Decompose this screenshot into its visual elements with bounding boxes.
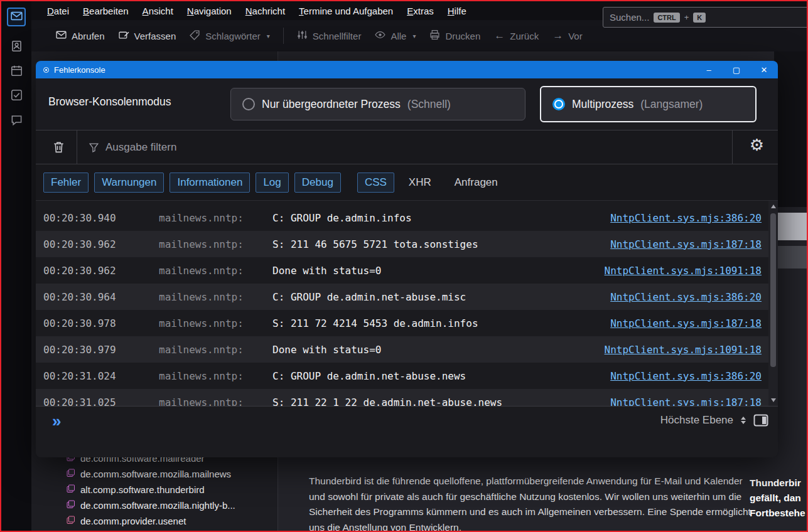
forward-button[interactable]: → Vor bbox=[546, 25, 590, 46]
log-row[interactable]: 00:20:30.979 mailnews.nntp: Done with st… bbox=[36, 336, 778, 363]
start-page-aside: Thunderbir gefällt, dan Fortbestehe bbox=[750, 476, 808, 521]
space-tasks-button[interactable] bbox=[7, 87, 26, 105]
maximize-button[interactable]: ▢ bbox=[723, 61, 750, 78]
log-message: C: GROUP de.admin.net-abuse.misc bbox=[272, 291, 610, 303]
menu-navigation[interactable]: Navigation bbox=[180, 3, 239, 19]
compose-button[interactable]: Verfassen bbox=[112, 25, 183, 46]
radio-selected-icon[interactable] bbox=[552, 98, 565, 110]
filter-placeholder: Ausgabe filtern bbox=[105, 141, 176, 154]
radio-unselected-icon[interactable] bbox=[242, 98, 255, 110]
search-input[interactable]: Suchen... CTRL + K bbox=[603, 7, 808, 28]
filter-tab-css[interactable]: CSS bbox=[357, 173, 394, 193]
folder-label: de.comm.provider.usenet bbox=[80, 516, 186, 526]
newsgroup-icon bbox=[67, 484, 75, 495]
close-button[interactable]: ✕ bbox=[750, 61, 778, 78]
log-timestamp: 00:20:30.978 bbox=[36, 317, 159, 329]
log-location-link[interactable]: NntpClient.sys.mjs:386:20 bbox=[610, 212, 778, 224]
log-location-link[interactable]: NntpClient.sys.mjs:187:18 bbox=[610, 396, 778, 407]
log-row[interactable]: 00:20:31.024 mailnews.nntp: C: GROUP de.… bbox=[36, 363, 778, 389]
log-message: S: 211 72 4214 5453 de.admin.infos bbox=[272, 317, 610, 329]
menu-extras[interactable]: Extras bbox=[400, 3, 441, 19]
filter-tab-fehler[interactable]: Fehler bbox=[43, 173, 89, 193]
newsgroup-folder-list: de.comm.software.mailreader de.comm.soft… bbox=[31, 450, 277, 529]
dialog-titlebar[interactable]: Fehlerkonsole – ▢ ✕ bbox=[36, 61, 778, 78]
quick-filter-button[interactable]: Schnellfilter bbox=[290, 25, 369, 46]
console-mode-row: Browser-Konsolenmodus Nur übergeordneter… bbox=[36, 78, 778, 130]
menu-nachricht[interactable]: Nachricht bbox=[239, 3, 292, 19]
folder-row[interactable]: de.comm.provider.usenet bbox=[31, 513, 277, 529]
log-row[interactable]: 00:20:30.962 mailnews.nntp: Done with st… bbox=[36, 257, 778, 284]
start-page-paragraph: Thunderbird ist die führende quelloffene… bbox=[309, 474, 752, 532]
chevron-down-icon: ▾ bbox=[267, 33, 270, 40]
print-button[interactable]: Drucken bbox=[423, 25, 487, 46]
log-source: mailnews.nntp: bbox=[159, 396, 272, 407]
log-location-link[interactable]: NntpClient.sys.mjs:187:18 bbox=[610, 238, 778, 250]
filter-tab-anfragen[interactable]: Anfragen bbox=[446, 173, 507, 193]
get-messages-button[interactable]: Abrufen bbox=[49, 25, 112, 46]
aside-line: gefällt, dan bbox=[750, 491, 808, 506]
log-timestamp: 00:20:30.962 bbox=[36, 265, 159, 277]
mode-option-hint: (Schnell) bbox=[407, 98, 451, 111]
log-location-link[interactable]: NntpClient.sys.mjs:1091:18 bbox=[605, 265, 778, 277]
filter-output-input[interactable]: Ausgabe filtern bbox=[89, 141, 176, 154]
log-source: mailnews.nntp: bbox=[159, 265, 272, 277]
tag-button[interactable]: Schlagwörter ▾ bbox=[183, 25, 277, 46]
mode-option-parent-process[interactable]: Nur übergeordneter Prozess (Schnell) bbox=[230, 88, 525, 120]
space-addressbook-button[interactable] bbox=[7, 38, 26, 56]
evaluation-context: Höchste Ebene bbox=[660, 414, 768, 427]
scroll-up-arrow-icon[interactable] bbox=[771, 205, 776, 208]
folder-row[interactable]: de.comm.software.mozilla.nightly-b... bbox=[31, 497, 277, 513]
menu-termine-und-aufgaben[interactable]: Termine und Aufgaben bbox=[292, 3, 400, 19]
log-location-link[interactable]: NntpClient.sys.mjs:386:20 bbox=[610, 370, 778, 382]
context-selector[interactable]: Höchste Ebene bbox=[660, 414, 733, 427]
folder-row[interactable]: alt.comp.software.thunderbird bbox=[31, 482, 277, 497]
back-label: Zurück bbox=[510, 31, 539, 41]
minimize-button[interactable]: – bbox=[695, 61, 723, 78]
scrollbar-thumb[interactable] bbox=[770, 213, 776, 367]
filter-tab-warnungen[interactable]: Warnungen bbox=[94, 173, 164, 193]
message-view-picker[interactable]: Alle ▾ bbox=[368, 25, 423, 46]
print-label: Drucken bbox=[445, 31, 480, 41]
space-mail-button[interactable] bbox=[7, 8, 26, 26]
printer-icon bbox=[429, 29, 440, 42]
newsgroup-icon bbox=[67, 516, 75, 526]
window-controls: – ▢ ✕ bbox=[695, 61, 778, 78]
log-row[interactable]: 00:20:30.978 mailnews.nntp: S: 211 72 42… bbox=[36, 310, 778, 336]
space-calendar-button[interactable] bbox=[7, 62, 26, 81]
log-timestamp: 00:20:30.979 bbox=[36, 344, 159, 356]
sidebar-toggle-button[interactable] bbox=[753, 414, 768, 427]
console-settings-button[interactable]: ⚙ bbox=[750, 136, 764, 155]
clear-console-button[interactable] bbox=[52, 141, 65, 154]
log-row[interactable]: 00:20:30.962 mailnews.nntp: S: 211 46 56… bbox=[36, 231, 778, 257]
mode-option-multiprocess[interactable]: Multiprozess (Langsamer) bbox=[540, 86, 757, 122]
menu-hilfe[interactable]: Hilfe bbox=[441, 3, 473, 19]
space-chat-button[interactable] bbox=[7, 112, 26, 130]
chat-icon bbox=[11, 114, 23, 129]
tag-icon bbox=[190, 29, 200, 42]
filter-tab-debug[interactable]: Debug bbox=[294, 173, 341, 193]
mode-option-label: Multiprozess bbox=[572, 98, 633, 111]
log-location-link[interactable]: NntpClient.sys.mjs:386:20 bbox=[610, 291, 778, 303]
back-button[interactable]: ← Zurück bbox=[487, 25, 546, 46]
folder-label: de.comm.software.mozilla.nightly-b... bbox=[80, 500, 235, 511]
console-input-area[interactable]: » Höchste Ebene bbox=[36, 406, 778, 457]
log-location-link[interactable]: NntpClient.sys.mjs:187:18 bbox=[610, 317, 778, 329]
screen: Datei Bearbeiten Ansicht Navigation Nach… bbox=[0, 0, 808, 532]
log-message: S: 211 22 1 22 de.admin.net-abuse.news bbox=[272, 396, 610, 407]
filter-tab-xhr[interactable]: XHR bbox=[400, 173, 440, 193]
menu-ansicht[interactable]: Ansicht bbox=[136, 3, 180, 19]
filter-tab-log[interactable]: Log bbox=[256, 173, 288, 193]
log-row[interactable]: 00:20:30.964 mailnews.nntp: C: GROUP de.… bbox=[36, 284, 778, 310]
compose-icon bbox=[119, 29, 129, 42]
folder-row[interactable]: de.comm.software.mozilla.mailnews bbox=[31, 466, 277, 482]
log-timestamp: 00:20:30.964 bbox=[36, 291, 159, 303]
log-scrollbar[interactable] bbox=[768, 201, 778, 406]
menu-bearbeiten[interactable]: Bearbeiten bbox=[76, 3, 136, 19]
log-location-link[interactable]: NntpClient.sys.mjs:1091:18 bbox=[605, 344, 778, 356]
menu-datei[interactable]: Datei bbox=[40, 3, 76, 19]
filter-tab-informationen[interactable]: Informationen bbox=[170, 173, 250, 193]
log-row[interactable]: 00:20:30.940 mailnews.nntp: C: GROUP de.… bbox=[36, 205, 778, 231]
log-row[interactable]: 00:20:31.025 mailnews.nntp: S: 211 22 1 … bbox=[36, 389, 778, 406]
log-timestamp: 00:20:31.024 bbox=[36, 370, 159, 382]
scroll-down-arrow-icon[interactable] bbox=[771, 398, 776, 402]
